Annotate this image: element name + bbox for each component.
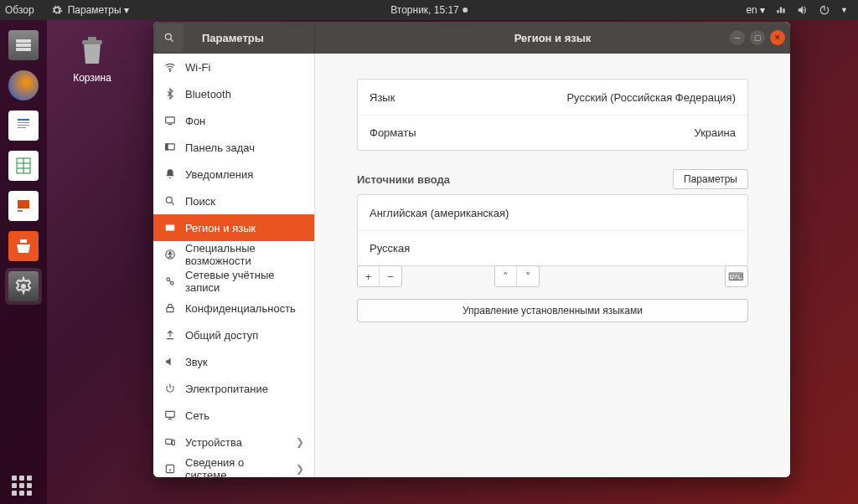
dock-impress[interactable] <box>5 188 42 224</box>
dock-files[interactable] <box>5 27 42 64</box>
sidebar: Wi-Fi Bluetooth Фон Панель задач Уведомл… <box>153 54 315 477</box>
search-button[interactable] <box>155 23 183 52</box>
svg-rect-34 <box>167 307 173 311</box>
dock-settings[interactable] <box>5 268 42 305</box>
trash-label: Корзина <box>67 72 117 84</box>
sidebar-item-wifi[interactable]: Wi-Fi <box>153 54 314 80</box>
cloud-icon <box>163 275 177 288</box>
svg-point-30 <box>169 252 171 254</box>
titlebar[interactable]: Параметры Регион и язык ─ ▢ ✕ <box>153 22 790 54</box>
remove-source-button[interactable]: − <box>380 266 401 286</box>
svg-point-19 <box>165 33 171 39</box>
keyboard-layout-button[interactable]: ⌨ <box>726 266 747 286</box>
battery-icon <box>163 382 177 395</box>
svg-rect-39 <box>172 440 174 445</box>
svg-rect-18 <box>88 37 96 41</box>
notification-dot-icon <box>463 8 468 13</box>
app-menu[interactable]: Параметры ▾ <box>68 4 129 16</box>
formats-value: Украина <box>695 126 737 139</box>
region-icon <box>163 221 177 234</box>
dock-calc[interactable] <box>5 147 42 184</box>
search-icon <box>163 194 177 208</box>
sidebar-item-dock[interactable]: Панель задач <box>153 134 314 161</box>
sidebar-item-bluetooth[interactable]: Bluetooth <box>153 80 314 107</box>
sidebar-item-label: Фон <box>185 115 205 127</box>
svg-rect-38 <box>166 440 172 445</box>
gear-icon <box>51 4 63 16</box>
input-source-label: Английская (американская) <box>370 207 509 219</box>
sidebar-item-label: Конфиденциальность <box>185 302 296 315</box>
clock[interactable]: Вторник, 15:17 <box>390 4 459 16</box>
dock-software[interactable] <box>5 228 42 265</box>
svg-point-26 <box>166 197 172 203</box>
input-language-indicator[interactable]: en ▾ <box>746 4 765 16</box>
sidebar-item-label: Электропитание <box>185 383 268 395</box>
maximize-button[interactable]: ▢ <box>750 30 765 45</box>
info-icon <box>163 462 177 476</box>
sidebar-item-label: Звук <box>185 356 208 368</box>
dock-firefox[interactable] <box>5 67 42 104</box>
sidebar-item-label: Сеть <box>185 409 209 422</box>
sidebar-item-label: Bluetooth <box>185 88 231 100</box>
minimize-button[interactable]: ─ <box>730 30 745 45</box>
language-value: Русский (Российская Федерация) <box>566 91 736 104</box>
input-source-row[interactable]: Английская (американская) <box>358 195 747 230</box>
input-sources-heading: Источники ввода <box>357 173 450 186</box>
move-down-button[interactable]: ˅ <box>517 266 539 286</box>
svg-rect-4 <box>18 119 29 121</box>
window-title: Регион и язык <box>315 32 790 44</box>
sidebar-item-label: Wi-Fi <box>185 61 210 74</box>
sidebar-item-details[interactable]: Сведения о системе❯ <box>153 455 314 477</box>
sidebar-item-label: Сетевые учётные записи <box>185 269 304 294</box>
volume-icon[interactable] <box>797 4 809 16</box>
sidebar-item-online-accounts[interactable]: Сетевые учётные записи <box>153 268 314 295</box>
sidebar-item-label: Устройства <box>185 436 242 449</box>
svg-rect-35 <box>166 411 175 417</box>
chevron-right-icon: ❯ <box>296 436 304 448</box>
sidebar-item-privacy[interactable]: Конфиденциальность <box>153 295 314 321</box>
language-row[interactable]: Язык Русский (Российская Федерация) <box>358 80 747 115</box>
sidebar-item-background[interactable]: Фон <box>153 107 314 134</box>
svg-rect-14 <box>18 200 29 208</box>
dock-writer[interactable] <box>5 107 42 144</box>
svg-line-20 <box>171 39 173 42</box>
settings-window: Параметры Регион и язык ─ ▢ ✕ Wi-Fi Blue… <box>153 22 790 477</box>
svg-rect-6 <box>18 125 29 126</box>
sidebar-item-devices[interactable]: Устройства❯ <box>153 429 314 455</box>
sidebar-item-accessibility[interactable]: Специальные возможности <box>153 241 314 268</box>
input-source-label: Русская <box>370 242 410 255</box>
sidebar-item-search[interactable]: Поиск <box>153 188 314 214</box>
lock-icon <box>163 301 177 315</box>
add-source-button[interactable]: + <box>358 266 380 286</box>
power-icon[interactable] <box>819 4 830 16</box>
sidebar-item-label: Специальные возможности <box>185 242 304 267</box>
svg-rect-28 <box>166 225 175 231</box>
chevron-down-icon[interactable]: ▼ <box>840 6 848 14</box>
sidebar-item-sharing[interactable]: Общий доступ <box>153 321 314 348</box>
sidebar-item-power[interactable]: Электропитание <box>153 375 314 402</box>
svg-rect-0 <box>16 39 31 43</box>
background-icon <box>163 114 177 127</box>
sidebar-item-network[interactable]: Сеть <box>153 402 314 429</box>
show-applications-button[interactable] <box>12 476 32 496</box>
activities-button[interactable]: Обзор <box>5 4 34 16</box>
sidebar-item-notifications[interactable]: Уведомления <box>153 161 314 188</box>
close-button[interactable]: ✕ <box>770 30 785 45</box>
trash-desktop-icon[interactable]: Корзина <box>67 32 117 84</box>
input-sources-toolbar: + − ˄ ˅ ⌨ <box>357 265 748 287</box>
search-icon <box>163 32 175 44</box>
input-sources-list: Английская (американская) Русская <box>357 194 748 266</box>
dock <box>0 20 47 504</box>
dock-icon <box>163 141 177 154</box>
sidebar-item-sound[interactable]: Звук <box>153 348 314 375</box>
manage-languages-button[interactable]: Управление установленными языками <box>357 299 748 322</box>
speaker-icon <box>163 355 177 368</box>
sidebar-item-region-language[interactable]: Регион и язык <box>153 214 314 241</box>
move-up-button[interactable]: ˄ <box>495 266 517 286</box>
input-source-row[interactable]: Русская <box>358 230 747 265</box>
top-panel: Обзор Параметры ▾ Вторник, 15:17 en ▾ ▼ <box>0 0 858 20</box>
svg-point-21 <box>169 70 170 71</box>
formats-row[interactable]: Форматы Украина <box>358 115 747 150</box>
input-sources-options-button[interactable]: Параметры <box>673 169 748 189</box>
network-icon[interactable] <box>775 4 787 16</box>
